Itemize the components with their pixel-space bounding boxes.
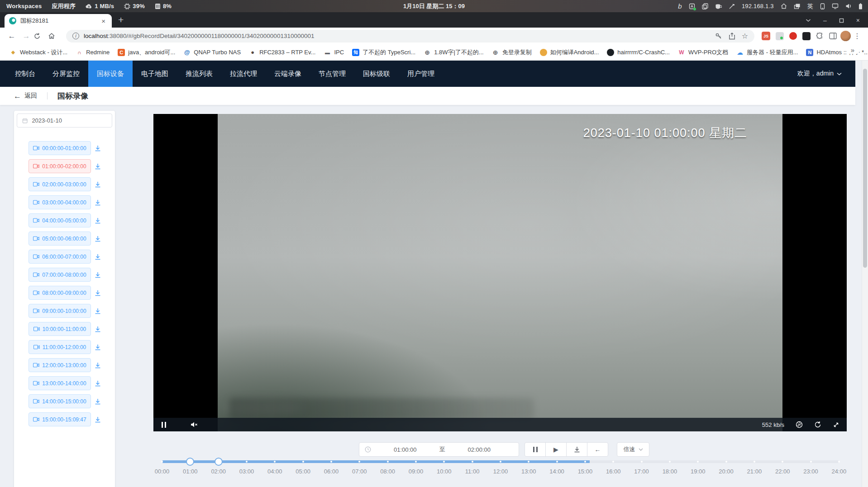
download-recording-button[interactable]	[94, 145, 101, 152]
bookmark[interactable]: 知 了不起的 TypeScri...	[348, 47, 420, 58]
download-recording-button[interactable]	[94, 217, 101, 224]
download-recording-button[interactable]	[94, 163, 101, 170]
recording-range-button[interactable]: 07:00:00-08:00:00	[29, 268, 91, 282]
bookmark-star-icon[interactable]: ☆	[742, 33, 748, 40]
recording-range-button[interactable]: 05:00:00-06:00:00	[29, 232, 91, 246]
download-recording-button[interactable]	[94, 380, 101, 387]
network-speed-indicator[interactable]: 1 MB/s	[86, 3, 114, 9]
recording-range-button[interactable]: 00:00:00-01:00:00	[29, 141, 91, 155]
download-recording-button[interactable]	[94, 326, 101, 333]
nav-menu-item[interactable]: 用户管理	[399, 61, 443, 87]
player-mute-button[interactable]	[191, 421, 198, 428]
snapshot-button[interactable]	[796, 421, 803, 428]
download-recording-button[interactable]	[94, 398, 101, 405]
download-button[interactable]	[566, 442, 587, 457]
bookmark[interactable]: hairrrrrr/C-CrashC...	[603, 47, 674, 58]
bookmark[interactable]: ☁ 服务器 - 轻量应用...	[732, 47, 802, 58]
timeline-end-handle[interactable]	[215, 458, 223, 466]
tab-search-chevron-icon[interactable]	[806, 19, 811, 22]
download-recording-button[interactable]	[94, 416, 101, 423]
nav-menu-item[interactable]: 控制台	[6, 61, 44, 87]
timeline-start-handle[interactable]	[186, 458, 194, 466]
tab-close-icon[interactable]: ×	[100, 17, 107, 25]
recording-range-button[interactable]: 14:00:00-15:00:00	[29, 394, 91, 408]
download-recording-button[interactable]	[94, 181, 101, 188]
recording-range-button[interactable]: 10:00:00-11:00:00	[29, 322, 91, 336]
workspaces-button[interactable]: Workspaces	[6, 3, 42, 9]
download-recording-button[interactable]	[94, 271, 101, 279]
passwords-key-icon[interactable]	[715, 33, 722, 40]
date-picker[interactable]	[17, 113, 112, 128]
share-icon[interactable]	[729, 33, 735, 40]
extension-dark-icon[interactable]	[802, 32, 811, 40]
nav-menu-item[interactable]: 拉流代理	[221, 61, 266, 87]
recording-range-button[interactable]: 09:00:00-10:00:00	[29, 304, 91, 318]
recording-range-button[interactable]: 12:00:00-13:00:00	[29, 358, 91, 372]
window-minimize-button[interactable]: –	[823, 17, 827, 24]
nav-menu-item[interactable]: 分屏监控	[44, 61, 88, 87]
browser-reload-button[interactable]	[33, 33, 48, 40]
tray-windows-icon[interactable]	[794, 3, 801, 9]
bookmark[interactable]: 如何编译Android...	[536, 47, 603, 58]
bookmark[interactable]: W WVP-PRO文档	[674, 47, 732, 58]
timeline-track[interactable]	[162, 460, 839, 463]
site-info-icon[interactable]: i	[72, 33, 79, 39]
nav-menu-item[interactable]: 国标级联	[354, 61, 399, 87]
tray-coffee-icon[interactable]	[715, 3, 722, 9]
tray-notes-icon[interactable]	[689, 3, 695, 9]
applications-menu[interactable]: 应用程序	[52, 2, 76, 10]
tray-phone-icon[interactable]	[820, 3, 825, 9]
date-input[interactable]	[32, 117, 107, 124]
tray-picker-icon[interactable]	[729, 3, 735, 9]
bookmark[interactable]: ∩ Redmine	[72, 47, 114, 58]
recording-range-button[interactable]: 13:00:00-14:00:00	[29, 376, 91, 390]
tray-search-icon[interactable]: b	[678, 2, 682, 10]
recording-range-button[interactable]: 06:00:00-07:00:00	[29, 250, 91, 264]
download-recording-button[interactable]	[94, 289, 101, 297]
refresh-button[interactable]	[814, 421, 821, 428]
extension-card-icon[interactable]	[776, 32, 784, 40]
extensions-puzzle-icon[interactable]	[816, 32, 824, 40]
download-recording-button[interactable]	[94, 235, 101, 242]
nav-menu-item[interactable]: 推流列表	[177, 61, 221, 87]
pause-playback-button[interactable]	[525, 442, 546, 457]
tray-home-icon[interactable]	[781, 3, 787, 9]
recording-range-button[interactable]: 02:00:00-03:00:00	[29, 177, 91, 191]
bookmark[interactable]: ▬ IPC	[320, 47, 348, 58]
user-menu[interactable]: 欢迎，admin	[797, 70, 855, 78]
player-pause-button[interactable]	[162, 422, 166, 428]
recording-range-button[interactable]: 03:00:00-04:00:00	[29, 195, 91, 209]
recording-range-button[interactable]: 11:00:00-12:00:00	[29, 340, 91, 354]
browser-tab[interactable]: 国标28181 ×	[5, 14, 112, 28]
bookmark[interactable]: ● RFC2833 – RTP Ev...	[245, 47, 320, 58]
memory-usage-indicator[interactable]: 8%	[155, 3, 172, 9]
browser-profile-avatar[interactable]	[840, 31, 851, 41]
recording-range-button[interactable]: 04:00:00-05:00:00	[29, 213, 91, 227]
video-surface[interactable]: 2023-01-10 01:00:00 星期二	[218, 114, 782, 431]
page-scrollbar[interactable]	[862, 61, 868, 487]
download-recording-button[interactable]	[94, 344, 101, 351]
bookmark[interactable]: ⊕ 1.8W字|了不起的...	[420, 47, 488, 58]
tray-display-icon[interactable]	[832, 3, 839, 9]
input-language-indicator[interactable]: 英	[807, 2, 813, 10]
play-button[interactable]: ▶	[545, 442, 567, 457]
tray-ip-address[interactable]: 192.168.1.3	[742, 3, 774, 9]
window-close-button[interactable]: ×	[856, 17, 860, 24]
recording-range-button[interactable]: 01:00:00-02:00:00	[29, 159, 91, 173]
download-recording-button[interactable]	[94, 307, 101, 315]
bookmark[interactable]: C java、android可...	[114, 47, 179, 58]
time-range-input[interactable]: 01:00:00 至 02:00:00	[359, 442, 519, 457]
start-time-value[interactable]: 01:00:00	[371, 446, 439, 453]
bookmark[interactable]: ⊕ 免登录复制	[488, 47, 536, 58]
tray-volume-icon[interactable]	[845, 3, 852, 9]
new-tab-button[interactable]: +	[118, 15, 124, 24]
playback-speed-dropdown[interactable]: 倍速	[617, 442, 649, 457]
browser-forward-button[interactable]: →	[19, 32, 33, 40]
bookmark[interactable]: ◆ Webstack - 设计...	[5, 47, 72, 58]
window-restore-button[interactable]	[839, 18, 844, 23]
tray-clipboard-icon[interactable]	[702, 3, 708, 9]
download-recording-button[interactable]	[94, 253, 101, 260]
extension-blocker-icon[interactable]	[789, 32, 797, 40]
nav-menu-item[interactable]: 节点管理	[310, 61, 354, 87]
back-button[interactable]: ← 返回	[14, 92, 37, 100]
